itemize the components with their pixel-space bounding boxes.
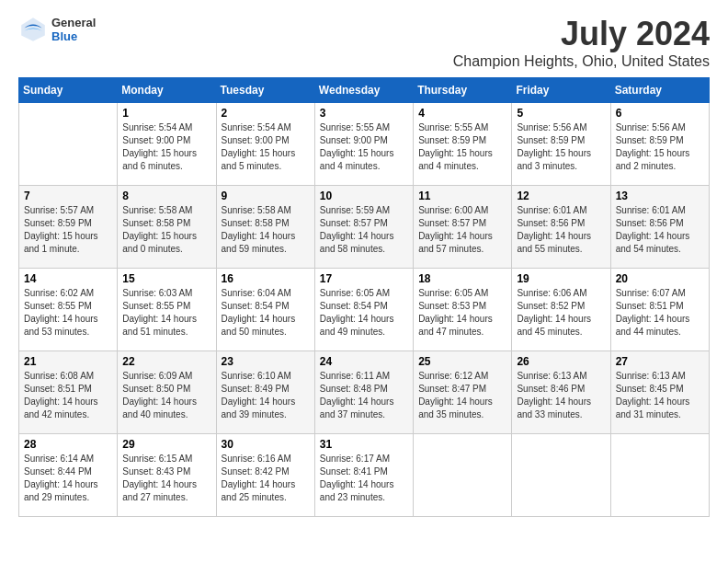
daylight: Daylight: 15 hours and 0 minutes.: [122, 231, 197, 254]
day-info: Sunrise: 5:58 AMSunset: 8:58 PMDaylight:…: [222, 204, 310, 256]
daylight: Daylight: 14 hours and 25 minutes.: [222, 479, 296, 502]
day-number: 21: [24, 355, 112, 368]
sunset: Sunset: 9:00 PM: [222, 135, 290, 145]
day-number: 10: [320, 190, 408, 202]
week-row-4: 28Sunrise: 6:14 AMSunset: 8:44 PMDayligh…: [19, 434, 710, 517]
week-row-0: 1Sunrise: 5:54 AMSunset: 9:00 PMDaylight…: [19, 103, 710, 186]
day-number: 15: [122, 272, 210, 285]
calendar-cell: 29Sunrise: 6:15 AMSunset: 8:43 PMDayligh…: [118, 434, 216, 517]
day-info: Sunrise: 5:59 AMSunset: 8:57 PMDaylight:…: [320, 204, 408, 256]
daylight: Daylight: 14 hours and 42 minutes.: [24, 396, 98, 419]
calendar-cell: 15Sunrise: 6:03 AMSunset: 8:55 PMDayligh…: [118, 269, 216, 351]
day-info: Sunrise: 6:10 AMSunset: 8:49 PMDaylight:…: [222, 370, 310, 421]
day-info: Sunrise: 6:02 AMSunset: 8:55 PMDaylight:…: [24, 287, 112, 339]
sunrise: Sunrise: 6:06 AM: [517, 288, 586, 298]
daylight: Daylight: 14 hours and 27 minutes.: [122, 479, 197, 502]
sunrise: Sunrise: 6:07 AM: [616, 288, 686, 298]
sunset: Sunset: 8:54 PM: [222, 301, 290, 311]
sunset: Sunset: 8:47 PM: [418, 384, 486, 394]
sunset: Sunset: 8:55 PM: [24, 301, 92, 311]
sunset: Sunset: 8:48 PM: [320, 384, 388, 394]
calendar-cell: 28Sunrise: 6:14 AMSunset: 8:44 PMDayligh…: [19, 434, 118, 517]
day-info: Sunrise: 6:16 AMSunset: 8:42 PMDaylight:…: [222, 453, 310, 504]
day-info: Sunrise: 6:11 AMSunset: 8:48 PMDaylight:…: [320, 370, 408, 421]
daylight: Daylight: 14 hours and 55 minutes.: [517, 231, 591, 254]
sunrise: Sunrise: 6:10 AM: [222, 371, 291, 381]
day-number: 24: [320, 355, 408, 368]
logo-icon: [18, 15, 48, 44]
calendar-cell: 25Sunrise: 6:12 AMSunset: 8:47 PMDayligh…: [414, 351, 512, 434]
sunrise: Sunrise: 6:04 AM: [222, 288, 291, 298]
calendar-cell: 23Sunrise: 6:10 AMSunset: 8:49 PMDayligh…: [216, 351, 314, 434]
day-info: Sunrise: 6:09 AMSunset: 8:50 PMDaylight:…: [122, 370, 210, 421]
sunset: Sunset: 8:58 PM: [122, 218, 190, 228]
calendar-cell: 1Sunrise: 5:54 AMSunset: 9:00 PMDaylight…: [118, 103, 216, 186]
week-row-3: 21Sunrise: 6:08 AMSunset: 8:51 PMDayligh…: [19, 351, 710, 434]
title-block: July 2024 Champion Heights, Ohio, United…: [453, 15, 710, 70]
header-day-friday: Friday: [512, 78, 610, 103]
daylight: Daylight: 14 hours and 44 minutes.: [616, 314, 690, 337]
calendar-cell: 9Sunrise: 5:58 AMSunset: 8:58 PMDaylight…: [216, 186, 314, 269]
daylight: Daylight: 14 hours and 59 minutes.: [222, 231, 296, 254]
calendar-cell: 3Sunrise: 5:55 AMSunset: 9:00 PMDaylight…: [314, 103, 413, 186]
day-info: Sunrise: 5:57 AMSunset: 8:59 PMDaylight:…: [24, 204, 112, 256]
day-number: 6: [616, 107, 704, 120]
calendar-cell: 24Sunrise: 6:11 AMSunset: 8:48 PMDayligh…: [314, 351, 413, 434]
day-number: 13: [616, 190, 704, 202]
calendar-header: SundayMondayTuesdayWednesdayThursdayFrid…: [19, 78, 710, 103]
sunrise: Sunrise: 5:55 AM: [320, 122, 390, 132]
daylight: Daylight: 15 hours and 6 minutes.: [122, 148, 197, 171]
calendar-body: 1Sunrise: 5:54 AMSunset: 9:00 PMDaylight…: [19, 103, 710, 517]
page-header: General Blue July 2024 Champion Heights,…: [18, 15, 710, 70]
sunrise: Sunrise: 6:05 AM: [418, 288, 488, 298]
header-day-sunday: Sunday: [19, 78, 118, 103]
day-number: 14: [24, 272, 112, 285]
daylight: Daylight: 14 hours and 53 minutes.: [24, 314, 98, 337]
sunrise: Sunrise: 6:17 AM: [320, 454, 390, 464]
day-info: Sunrise: 5:55 AMSunset: 9:00 PMDaylight:…: [320, 121, 408, 173]
day-number: 27: [616, 355, 704, 368]
sunrise: Sunrise: 5:56 AM: [616, 122, 686, 132]
day-info: Sunrise: 6:08 AMSunset: 8:51 PMDaylight:…: [24, 370, 112, 421]
day-number: 29: [122, 438, 210, 451]
sunrise: Sunrise: 6:13 AM: [616, 371, 686, 381]
day-number: 31: [320, 438, 408, 451]
logo-blue: Blue: [51, 29, 96, 43]
daylight: Daylight: 15 hours and 1 minute.: [24, 231, 98, 254]
day-number: 8: [122, 190, 210, 202]
day-info: Sunrise: 5:55 AMSunset: 8:59 PMDaylight:…: [418, 121, 506, 173]
day-number: 30: [222, 438, 310, 451]
day-number: 28: [24, 438, 112, 451]
calendar-cell: 26Sunrise: 6:13 AMSunset: 8:46 PMDayligh…: [512, 351, 610, 434]
day-info: Sunrise: 6:13 AMSunset: 8:46 PMDaylight:…: [517, 370, 605, 421]
sunset: Sunset: 9:00 PM: [320, 135, 388, 145]
day-number: 11: [418, 190, 506, 202]
sunrise: Sunrise: 6:09 AM: [122, 371, 192, 381]
sunset: Sunset: 8:54 PM: [320, 301, 388, 311]
day-number: 22: [122, 355, 210, 368]
calendar-title: July 2024: [453, 15, 710, 53]
calendar-cell: 20Sunrise: 6:07 AMSunset: 8:51 PMDayligh…: [610, 269, 709, 351]
day-number: 17: [320, 272, 408, 285]
sunset: Sunset: 8:43 PM: [122, 466, 190, 477]
sunrise: Sunrise: 6:13 AM: [517, 371, 586, 381]
calendar-cell: 6Sunrise: 5:56 AMSunset: 8:59 PMDaylight…: [610, 103, 709, 186]
day-number: 18: [418, 272, 506, 285]
daylight: Daylight: 14 hours and 35 minutes.: [418, 396, 493, 419]
day-number: 12: [517, 190, 605, 202]
calendar-cell: 5Sunrise: 5:56 AMSunset: 8:59 PMDaylight…: [512, 103, 610, 186]
sunrise: Sunrise: 5:57 AM: [24, 205, 94, 215]
calendar-cell: [610, 434, 709, 517]
sunset: Sunset: 8:51 PM: [616, 301, 684, 311]
day-info: Sunrise: 5:56 AMSunset: 8:59 PMDaylight:…: [517, 121, 605, 173]
day-number: 20: [616, 272, 704, 285]
calendar-cell: 2Sunrise: 5:54 AMSunset: 9:00 PMDaylight…: [216, 103, 314, 186]
daylight: Daylight: 14 hours and 47 minutes.: [418, 314, 493, 337]
day-info: Sunrise: 6:05 AMSunset: 8:53 PMDaylight:…: [418, 287, 506, 339]
calendar-cell: 14Sunrise: 6:02 AMSunset: 8:55 PMDayligh…: [19, 269, 118, 351]
sunset: Sunset: 8:57 PM: [320, 218, 388, 228]
calendar-cell: 21Sunrise: 6:08 AMSunset: 8:51 PMDayligh…: [19, 351, 118, 434]
sunset: Sunset: 8:59 PM: [616, 135, 684, 145]
sunset: Sunset: 8:59 PM: [418, 135, 486, 145]
daylight: Daylight: 14 hours and 39 minutes.: [222, 396, 296, 419]
